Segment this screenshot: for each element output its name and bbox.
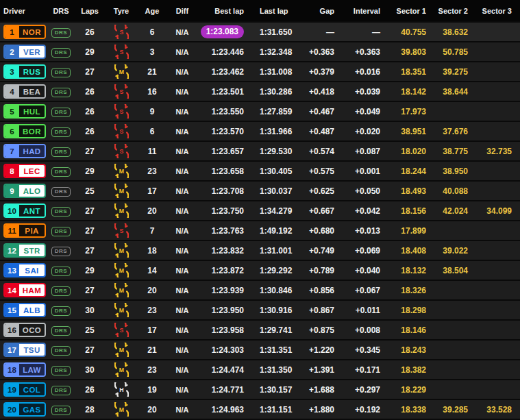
gap-value: +0.418	[299, 87, 341, 97]
driver-row[interactable]: 18 LAW DRS 30 M 23 N/A 1:24.474 1:31.350…	[0, 360, 520, 380]
driver-row[interactable]: 6 BOR DRS 26 S 6 N/A 1:23.570 1:31.966 +…	[0, 122, 520, 142]
svg-text:H: H	[119, 386, 123, 393]
driver-row[interactable]: 5 HUL DRS 26 S 9 N/A 1:23.550 1:27.859 +…	[0, 102, 520, 122]
driver-code: BEA	[19, 86, 45, 97]
driver-row[interactable]: 15 ALB DRS 30 M 23 N/A 1:23.950 1:30.916…	[0, 301, 520, 321]
tyre-medium-icon: M	[114, 203, 129, 218]
driver-row[interactable]: 19 COL DRS 26 H 19 N/A 1:24.771 1:30.157…	[0, 380, 520, 400]
driver-badge: 16 OCO	[3, 323, 46, 337]
drs-enabled-badge: DRS	[51, 167, 71, 177]
best-lap-value: 1:24.303	[197, 345, 247, 355]
driver-row[interactable]: 13 SAI DRS 29 M 14 N/A 1:23.872 1:29.292…	[0, 261, 520, 281]
laps-value: 26	[74, 127, 106, 136]
col-header-last-lap: Last lap	[247, 7, 299, 15]
interval-value: +0.008	[341, 325, 386, 335]
position-number: 5	[5, 106, 19, 117]
driver-code: HAM	[19, 284, 45, 296]
driver-code: GAS	[19, 404, 45, 415]
tyre-age-value: 16	[137, 87, 167, 97]
laps-value: 27	[74, 226, 106, 236]
driver-row[interactable]: 12 STR DRS 27 M 18 N/A 1:23.832 1:31.001…	[0, 241, 520, 261]
svg-text:S: S	[119, 227, 123, 234]
driver-row[interactable]: 2 VER DRS 29 S 3 N/A 1:23.446 1:32.348 +…	[0, 42, 520, 62]
laps-value: 30	[74, 365, 106, 375]
col-header-interval: Interval	[341, 7, 386, 15]
interval-value: +0.069	[341, 246, 386, 256]
last-lap-value: 1:29.530	[247, 147, 299, 156]
drs-enabled-badge: DRS	[51, 326, 71, 336]
diff-value: N/A	[167, 48, 197, 56]
tyre-medium-icon: M	[114, 64, 129, 79]
driver-badge: 19 COL	[3, 382, 46, 397]
gap-value: +0.867	[299, 306, 341, 315]
sector1-value: 18.229	[386, 385, 430, 395]
driver-badge: 5 HUL	[3, 104, 46, 119]
driver-row[interactable]: 11 PIA DRS 27 S 7 N/A 1:23.763 1:49.192 …	[0, 221, 520, 241]
svg-text:S: S	[119, 49, 123, 55]
sector1-value: 17.973	[386, 107, 430, 116]
svg-text:S: S	[119, 29, 123, 36]
best-lap-value: 1:23.658	[197, 166, 247, 176]
interval-value: +0.042	[341, 206, 386, 216]
driver-row[interactable]: 7 HAD DRS 27 S 11 N/A 1:23.657 1:29.530 …	[0, 142, 520, 162]
drs-enabled-badge: DRS	[51, 108, 71, 117]
best-lap-value: 1:23.958	[197, 325, 247, 335]
last-lap-value: 1:34.279	[247, 206, 299, 216]
drs-disabled-badge: DRS	[51, 247, 71, 256]
drs-enabled-badge: DRS	[51, 267, 71, 276]
col-header-drs: DRS	[48, 7, 74, 15]
svg-text:M: M	[119, 247, 123, 254]
driver-row[interactable]: 1 NOR DRS 26 S 6 N/A 1:23.083 1:31.650 —…	[0, 23, 520, 42]
driver-row[interactable]: 14 HAM DRS 27 M 20 N/A 1:23.939 1:30.846…	[0, 281, 520, 301]
driver-row[interactable]: 10 ANT DRS 27 M 20 N/A 1:23.750 1:34.279…	[0, 201, 520, 221]
svg-text:M: M	[119, 307, 123, 314]
gap-value: +0.680	[299, 226, 341, 236]
interval-value: +0.039	[341, 87, 386, 97]
sector1-value: 18.351	[386, 67, 430, 77]
gap-value: +0.379	[299, 67, 341, 77]
last-lap-value: 1:31.650	[247, 27, 299, 37]
best-lap-value: 1:23.939	[197, 286, 247, 295]
driver-badge: 9 ALO	[3, 184, 46, 198]
last-lap-value: 1:30.157	[247, 385, 299, 395]
driver-row[interactable]: 3 RUS DRS 27 M 21 N/A 1:23.462 1:31.008 …	[0, 62, 520, 82]
diff-value: N/A	[167, 167, 197, 175]
diff-value: N/A	[167, 267, 197, 275]
driver-row[interactable]: 4 BEA DRS 26 S 16 N/A 1:23.501 1:30.286 …	[0, 82, 520, 102]
driver-row[interactable]: 8 LEC DRS 29 M 23 N/A 1:23.658 1:30.405 …	[0, 162, 520, 182]
laps-value: 25	[74, 186, 106, 196]
drs-enabled-badge: DRS	[51, 286, 71, 296]
driver-code: ANT	[19, 205, 45, 217]
drs-enabled-badge: DRS	[51, 386, 71, 395]
tyre-soft-icon: S	[114, 223, 129, 238]
tyre-medium-icon: M	[114, 243, 129, 258]
tyre-age-value: 9	[137, 107, 167, 116]
sector3-value: 33.528	[473, 405, 520, 415]
position-number: 13	[5, 264, 19, 276]
position-number: 18	[5, 364, 19, 375]
tyre-medium-icon: M	[114, 263, 129, 277]
sector3-value: 34.099	[473, 206, 520, 216]
gap-value: +0.875	[299, 325, 341, 335]
tyre-medium-icon: M	[114, 184, 129, 198]
interval-value: —	[341, 27, 386, 37]
driver-row[interactable]: 9 ALO DRS 25 M 17 N/A 1:23.708 1:30.037 …	[0, 182, 520, 201]
position-number: 17	[5, 344, 19, 356]
diff-value: N/A	[167, 326, 197, 334]
diff-value: N/A	[167, 88, 197, 96]
svg-text:M: M	[119, 208, 123, 214]
svg-text:S: S	[119, 128, 123, 135]
driver-badge: 7 HAD	[3, 144, 46, 158]
position-number: 9	[5, 185, 19, 197]
interval-value: +0.011	[341, 306, 386, 315]
laps-value: 26	[74, 107, 106, 116]
best-lap-value: 1:23.708	[197, 186, 247, 196]
driver-row[interactable]: 17 TSU DRS 27 M 21 N/A 1:24.303 1:31.351…	[0, 341, 520, 360]
sector1-value: 18.382	[386, 365, 430, 375]
diff-value: N/A	[167, 187, 197, 195]
tyre-age-value: 6	[137, 127, 167, 136]
driver-row[interactable]: 16 OCO DRS 25 S 17 N/A 1:23.958 1:29.741…	[0, 321, 520, 341]
driver-row[interactable]: 20 GAS DRS 28 M 20 N/A 1:24.963 1:31.151…	[0, 400, 520, 420]
svg-text:M: M	[119, 168, 123, 175]
position-number: 3	[5, 66, 19, 77]
